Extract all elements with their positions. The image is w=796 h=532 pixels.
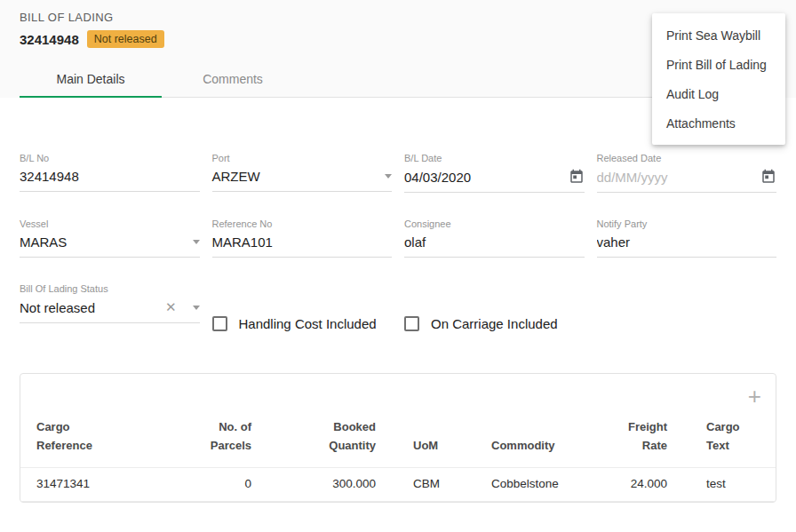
vessel-label: Vessel <box>20 218 200 229</box>
tab-comments-label: Comments <box>203 72 263 86</box>
consignee-label: Consignee <box>404 218 585 229</box>
menu-item-print-bill-of-lading[interactable]: Print Bill of Lading <box>652 50 785 79</box>
cell-commodity: Cobbelstone <box>474 467 598 501</box>
cell-cargo-reference: 31471341 <box>20 467 180 501</box>
bl-no-field: B/L No <box>20 153 200 193</box>
released-date-picker-button[interactable] <box>760 169 776 185</box>
port-select[interactable]: ARZEW <box>212 163 393 192</box>
on-carriage-checkbox[interactable] <box>404 316 419 331</box>
released-date-label: Released Date <box>597 153 777 163</box>
col-header-no-of-parcels: No. of Parcels <box>209 418 251 456</box>
cell-no-of-parcels: 0 <box>180 467 251 501</box>
vessel-select[interactable]: MARAS <box>20 229 200 258</box>
actions-menu: Print Sea Waybill Print Bill of Lading A… <box>652 13 785 145</box>
vessel-field: Vessel MARAS <box>20 218 200 258</box>
vessel-value: MARAS <box>20 234 187 250</box>
cargo-table-header-row: Cargo Reference No. of Parcels Booked Qu… <box>20 418 776 467</box>
add-cargo-button[interactable]: + <box>748 385 761 408</box>
bl-number: 32414948 <box>20 32 79 47</box>
reference-no-field: Reference No <box>212 218 393 258</box>
col-header-cargo-text: Cargo Text <box>706 418 745 456</box>
consignee-input[interactable] <box>404 234 585 250</box>
cell-booked-quantity: 300.000 <box>251 467 376 501</box>
clear-icon[interactable]: ✕ <box>165 299 177 315</box>
col-header-commodity: Commodity <box>491 437 555 456</box>
bl-status-label: Bill Of Lading Status <box>20 283 200 294</box>
notify-party-field: Notify Party <box>597 218 777 258</box>
calendar-icon <box>760 169 776 185</box>
col-header-uom: UoM <box>413 437 438 456</box>
bl-date-label: B/L Date <box>404 153 585 163</box>
handling-cost-checkbox[interactable] <box>212 316 227 331</box>
tab-main-details-label: Main Details <box>56 72 124 86</box>
bl-status-select[interactable]: Not released ✕ <box>20 294 200 323</box>
cell-freight-rate: 24.000 <box>598 467 667 501</box>
released-date-input[interactable] <box>597 170 761 185</box>
chevron-down-icon <box>193 306 200 310</box>
on-carriage-checkbox-row[interactable]: On Carriage Included <box>404 283 585 349</box>
status-badge: Not released <box>87 30 164 48</box>
cell-cargo-text: test <box>667 467 776 501</box>
notify-party-input[interactable] <box>597 234 777 250</box>
bl-date-picker-button[interactable] <box>569 169 585 185</box>
bl-no-label: B/L No <box>20 153 200 163</box>
cell-uom: CBM <box>376 467 474 501</box>
released-date-field: Released Date <box>597 153 777 193</box>
col-header-booked-quantity: Booked Quantity <box>322 418 376 456</box>
port-label: Port <box>212 153 393 163</box>
bl-status-field: Bill Of Lading Status Not released ✕ <box>20 283 200 323</box>
port-field: Port ARZEW <box>212 153 393 193</box>
reference-no-input[interactable] <box>212 234 393 250</box>
chevron-down-icon <box>193 240 200 244</box>
port-value: ARZEW <box>212 169 380 184</box>
col-header-freight-rate: Freight Rate <box>625 418 667 456</box>
menu-item-audit-log[interactable]: Audit Log <box>652 79 785 108</box>
bl-status-value: Not released <box>20 300 165 315</box>
on-carriage-label: On Carriage Included <box>431 316 558 331</box>
tab-comments[interactable]: Comments <box>162 60 304 97</box>
calendar-icon <box>569 169 585 185</box>
cargo-table: Cargo Reference No. of Parcels Booked Qu… <box>20 418 776 502</box>
reference-no-label: Reference No <box>212 218 393 229</box>
notify-party-label: Notify Party <box>597 218 777 229</box>
tab-main-details[interactable]: Main Details <box>20 60 162 97</box>
handling-cost-checkbox-row[interactable]: Handling Cost Included <box>212 283 393 349</box>
menu-item-attachments[interactable]: Attachments <box>652 108 785 138</box>
bl-date-field: B/L Date <box>404 153 585 193</box>
chevron-down-icon <box>385 174 392 179</box>
cargo-card: + Cargo Reference No. of Parcels Booked … <box>20 373 776 503</box>
cargo-table-row[interactable]: 31471341 0 300.000 CBM Cobbelstone 24.00… <box>20 467 776 501</box>
bl-no-input[interactable] <box>20 169 200 184</box>
menu-item-print-sea-waybill[interactable]: Print Sea Waybill <box>652 20 785 50</box>
handling-cost-label: Handling Cost Included <box>239 316 377 331</box>
bl-date-input[interactable] <box>404 170 569 185</box>
consignee-field: Consignee <box>404 218 585 258</box>
col-header-cargo-reference: Cargo Reference <box>36 418 95 456</box>
